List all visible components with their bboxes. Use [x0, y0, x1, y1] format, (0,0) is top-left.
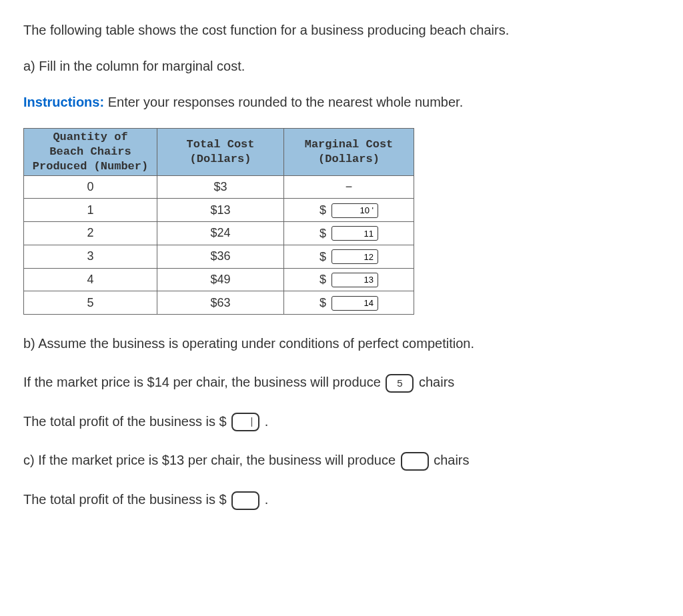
mc-cell: $	[284, 268, 414, 291]
instructions-label: Instructions:	[23, 95, 104, 109]
mc-input-2[interactable]	[331, 226, 378, 241]
q-b-post: chairs	[415, 375, 454, 389]
chairs-input-b[interactable]: 5	[386, 374, 414, 393]
dollar-sign: $	[319, 294, 326, 312]
table-row: 5 $63 $	[24, 291, 414, 315]
part-b-profit-line: The total profit of the business is $ .	[23, 411, 660, 432]
mc-cell: $	[284, 291, 414, 315]
q-c-post: chairs	[430, 453, 470, 467]
q-c-profit-pre: The total profit of the business is $	[23, 492, 230, 507]
col-header-quantity: Quantity of Beach Chairs Produced (Numbe…	[24, 129, 157, 176]
qty-cell: 1	[24, 199, 157, 222]
table-row: 0 $3 −	[24, 176, 414, 199]
part-c-chairs-line: c) If the market price is $13 per chair,…	[23, 450, 660, 471]
table-row: 2 $24 $	[24, 222, 414, 245]
part-b-chairs-line: If the market price is $14 per chair, th…	[23, 372, 660, 393]
dollar-sign: $	[319, 271, 326, 289]
profit-input-c[interactable]	[231, 491, 259, 510]
mc-input-3[interactable]	[331, 249, 378, 264]
instructions-line: Instructions: Enter your responses round…	[23, 92, 660, 112]
tc-cell: $3	[157, 176, 284, 199]
tc-cell: $36	[157, 245, 284, 268]
q-c-pre: c) If the market price is $13 per chair,…	[23, 453, 400, 467]
tc-cell: $63	[157, 291, 284, 315]
mc-cell: $	[284, 245, 414, 268]
mc-cell: $	[284, 222, 414, 245]
qty-cell: 5	[24, 291, 157, 315]
instructions-text: Enter your responses rounded to the near…	[104, 95, 463, 109]
q-b-pre: If the market price is $14 per chair, th…	[23, 375, 384, 389]
dollar-sign: $	[319, 225, 326, 243]
table-row: 4 $49 $	[24, 268, 414, 291]
table-row: 1 $13 $	[24, 199, 414, 222]
chairs-input-c[interactable]	[401, 452, 429, 471]
qty-cell: 2	[24, 222, 157, 245]
part-a-text: a) Fill in the column for marginal cost.	[23, 56, 660, 76]
part-b-intro: b) Assume the business is operating unde…	[23, 333, 660, 353]
tc-cell: $13	[157, 199, 284, 222]
profit-input-b[interactable]	[231, 413, 259, 431]
qty-cell: 0	[24, 176, 157, 199]
mc-cell: $	[284, 199, 414, 222]
col-header-marginal-cost: Marginal Cost (Dollars)	[284, 129, 414, 176]
q-b-profit-post: .	[261, 414, 268, 429]
q-b-profit-pre: The total profit of the business is $	[23, 414, 230, 429]
dollar-sign: $	[319, 248, 326, 266]
qty-cell: 3	[24, 245, 157, 268]
mc-input-5[interactable]	[331, 296, 378, 311]
tc-cell: $49	[157, 268, 284, 291]
cost-table: Quantity of Beach Chairs Produced (Numbe…	[23, 128, 414, 315]
dollar-sign: $	[319, 201, 326, 219]
col-header-total-cost: Total Cost (Dollars)	[157, 129, 284, 176]
intro-text: The following table shows the cost funct…	[23, 20, 660, 40]
mc-cell: −	[284, 176, 414, 199]
qty-cell: 4	[24, 268, 157, 291]
table-row: 3 $36 $	[24, 245, 414, 268]
part-c-profit-line: The total profit of the business is $ .	[23, 489, 660, 510]
tc-cell: $24	[157, 222, 284, 245]
mc-input-4[interactable]	[331, 273, 378, 287]
mc-input-1[interactable]	[331, 203, 378, 218]
q-c-profit-post: .	[261, 492, 268, 507]
